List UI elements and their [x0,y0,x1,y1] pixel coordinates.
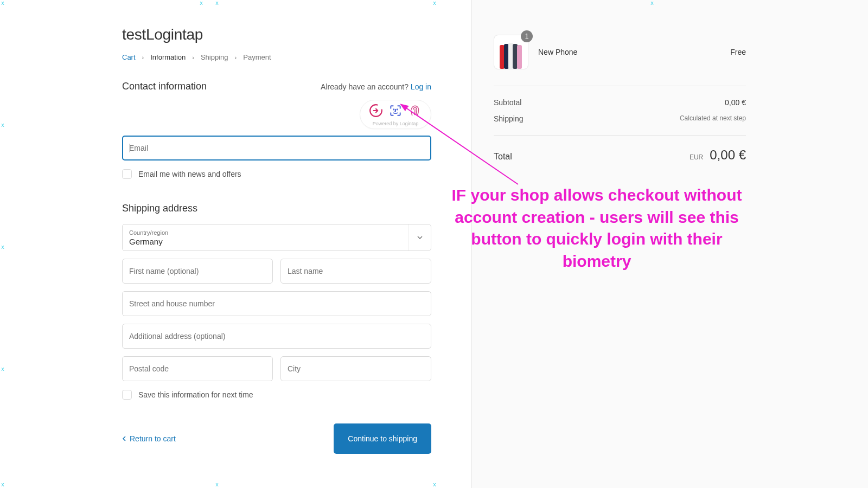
shop-title: testLogintap [122,26,431,43]
cart-item: 1 New Phone Free [494,35,746,86]
svg-point-2 [397,109,398,110]
breadcrumb-payment: Payment [243,53,271,61]
faceid-icon [388,104,403,120]
news-checkbox[interactable] [122,169,132,179]
subtotal-label: Subtotal [494,98,521,107]
svg-point-1 [393,109,394,110]
first-name-field[interactable] [123,259,272,283]
email-field-wrap [122,136,431,160]
shipping-heading: Shipping address [122,203,431,214]
city-field[interactable] [281,357,431,381]
country-select[interactable]: Country/region Germany [122,224,431,251]
total-label: Total [494,152,512,162]
checkout-form-panel: testLogintap Cart › Information › Shippi… [0,0,472,488]
country-label: Country/region [129,229,424,236]
news-checkbox-label: Email me with news and offers [138,170,241,178]
breadcrumb-cart[interactable]: Cart [122,53,136,61]
order-summary-panel: 1 New Phone Free Subtotal 0,00 € Shippin… [472,0,868,488]
chevron-left-icon [122,436,126,441]
shipping-note: Calculated at next step [680,114,746,123]
product-name: New Phone [538,48,720,56]
currency-code: EUR [690,153,703,161]
contact-heading: Contact information [122,81,207,92]
breadcrumb: Cart › Information › Shipping › Payment [122,53,431,61]
login-link[interactable]: Log in [411,82,431,91]
biometric-login-button[interactable]: Powered by Logintap [360,100,431,129]
save-info-label: Save this information for next time [138,390,253,399]
email-field[interactable] [123,137,430,159]
return-to-cart-link[interactable]: Return to cart [122,434,176,443]
street-field[interactable] [123,292,431,316]
country-value: Germany [129,237,424,246]
breadcrumb-shipping: Shipping [201,53,228,61]
total-value: 0,00 € [710,147,746,163]
save-info-checkbox[interactable] [122,390,132,400]
fingerprint-icon [408,104,422,120]
biometry-caption: Powered by Logintap [373,121,419,126]
chevron-right-icon: › [192,54,194,61]
chevron-right-icon: › [142,54,144,61]
last-name-field[interactable] [281,259,431,283]
shipping-label: Shipping [494,114,524,123]
subtotal-value: 0,00 € [725,98,746,107]
logintap-icon [369,104,383,120]
product-price: Free [730,48,746,56]
breadcrumb-information: Information [150,53,186,61]
postal-code-field[interactable] [123,357,272,381]
text-caret [130,144,130,152]
additional-address-field[interactable] [123,324,431,348]
continue-to-shipping-button[interactable]: Continue to shipping [334,423,431,454]
chevron-right-icon: › [235,54,237,61]
quantity-badge: 1 [521,30,533,42]
already-have-account: Already have an account? Log in [321,82,431,91]
caret-down-icon [408,224,431,251]
